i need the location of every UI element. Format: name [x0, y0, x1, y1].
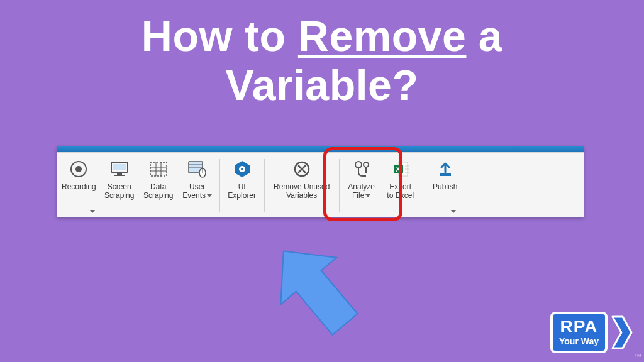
ribbon-window: Recording Screen Scraping Data Scraping …: [57, 146, 584, 217]
ribbon-toolbar: Recording Screen Scraping Data Scraping …: [57, 152, 584, 217]
ui-explorer-label: UI Explorer: [228, 183, 256, 200]
recording-button[interactable]: Recording: [58, 155, 100, 216]
svg-marker-2: [90, 210, 95, 213]
export-excel-icon: X: [391, 158, 410, 180]
svg-rect-6: [114, 175, 125, 176]
export-to-excel-button[interactable]: X Export to Excel: [381, 155, 420, 216]
publish-icon: [436, 158, 455, 180]
svg-rect-5: [117, 173, 122, 175]
caret-down-icon: [90, 210, 95, 213]
svg-point-1: [75, 166, 82, 172]
record-icon: [69, 158, 88, 180]
export-excel-label: Export to Excel: [387, 183, 414, 200]
screen-scraping-icon: [109, 158, 130, 180]
ribbon-titlebar: [57, 146, 584, 152]
arrow-indicator: [252, 226, 390, 362]
separator: [219, 159, 220, 212]
svg-marker-33: [613, 317, 631, 348]
logo-line1: RPA: [559, 318, 599, 336]
svg-rect-7: [150, 162, 167, 176]
publish-label: Publish: [433, 183, 457, 192]
caret-down-icon: [451, 210, 456, 213]
screen-scraping-button[interactable]: Screen Scraping: [100, 155, 139, 216]
recording-label: Recording: [62, 183, 96, 192]
analyze-file-label: Analyze File: [348, 182, 375, 200]
svg-point-25: [364, 162, 369, 167]
trademark: ™: [634, 352, 641, 361]
separator: [264, 159, 265, 212]
caret-down-icon: [365, 194, 370, 197]
user-events-label: User Events: [182, 182, 206, 200]
title-underlined: Remove: [298, 12, 467, 60]
caret-down-icon: [207, 194, 212, 197]
data-scraping-icon: [148, 158, 169, 180]
svg-marker-31: [451, 210, 456, 213]
publish-button[interactable]: Publish: [426, 155, 465, 216]
remove-unused-icon: [292, 158, 311, 180]
remove-unused-variables-button[interactable]: Remove Unused Variables: [267, 155, 336, 216]
svg-rect-30: [440, 173, 451, 176]
brand-logo: RPA Your Way: [550, 312, 633, 353]
svg-point-20: [241, 168, 243, 170]
svg-point-24: [355, 162, 362, 168]
svg-rect-4: [113, 164, 126, 170]
remove-unused-label: Remove Unused Variables: [274, 183, 330, 200]
svg-marker-32: [255, 228, 373, 348]
analyze-file-icon: [352, 158, 371, 180]
ui-explorer-icon: [233, 158, 252, 180]
user-events-button[interactable]: User Events: [178, 155, 217, 216]
user-events-icon: [187, 158, 208, 180]
data-scraping-button[interactable]: Data Scraping: [139, 155, 178, 216]
ui-explorer-button[interactable]: UI Explorer: [223, 155, 262, 216]
separator: [339, 159, 340, 212]
separator: [423, 159, 423, 212]
svg-text:X: X: [396, 165, 401, 173]
logo-badge: RPA Your Way: [550, 312, 608, 353]
svg-marker-17: [207, 194, 212, 197]
screen-scraping-label: Screen Scraping: [104, 183, 134, 200]
analyze-file-button[interactable]: Analyze File: [342, 155, 381, 216]
logo-line2: Your Way: [559, 337, 599, 346]
data-scraping-label: Data Scraping: [143, 183, 173, 200]
page-title: How to Remove a Variable?: [0, 0, 644, 109]
svg-marker-26: [365, 194, 370, 197]
title-prefix: How to: [142, 12, 298, 60]
chevron-right-icon: [611, 315, 633, 349]
